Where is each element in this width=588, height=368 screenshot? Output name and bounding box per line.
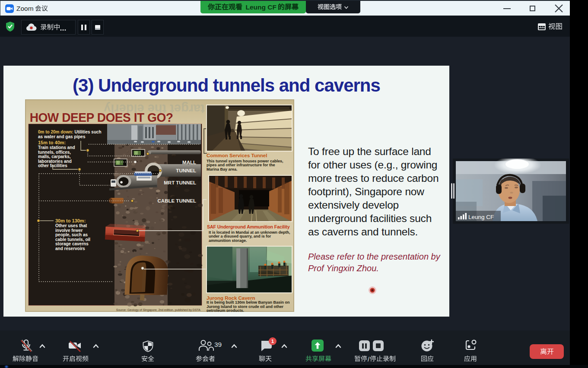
- svg-text:and reservoirs: and reservoirs: [55, 246, 85, 251]
- svg-text:tunnels, offices,: tunnels, offices,: [38, 150, 71, 155]
- svg-text:Train stations and: Train stations and: [38, 145, 75, 150]
- svg-text:TUNNEL: TUNNEL: [176, 168, 196, 173]
- svg-text:people, such as: people, such as: [55, 232, 88, 237]
- svg-text:30m to 130m:: 30m to 130m:: [55, 218, 86, 223]
- svg-text:Other uses that: Other uses that: [55, 223, 87, 228]
- svg-text:This tunnel system houses powe: This tunnel system houses power cables,: [207, 159, 283, 163]
- svg-text:It is located in Mandai at an: It is located in Mandai at an unknown de…: [209, 230, 290, 235]
- svg-text:cable tunnels, oil: cable tunnels, oil: [55, 237, 90, 242]
- svg-text:Jurong Island to store crude o: Jurong Island to store crude oil and oth…: [207, 305, 284, 309]
- svg-text:CABLE TUNNEL: CABLE TUNNEL: [158, 198, 196, 203]
- svg-text:malls, carparks,: malls, carparks,: [38, 154, 71, 159]
- svg-text:pipes and other infrastructure: pipes and other infrastructure for the: [207, 163, 275, 167]
- svg-text:Leung CF: Leung CF: [468, 214, 494, 220]
- svg-text:15m to 40m:: 15m to 40m:: [38, 140, 66, 145]
- svg-text:laboratories and: laboratories and: [38, 159, 72, 164]
- svg-text:0m to 20m down: Utilities such: 0m to 20m down: Utilities such: [38, 130, 102, 134]
- svg-text:Common Services Tunnel: Common Services Tunnel: [207, 153, 267, 158]
- svg-text:It is being built 130m below B: It is being built 130m below Banyan Basi…: [207, 300, 290, 305]
- svg-text:MALL: MALL: [182, 160, 196, 165]
- svg-text:storage caverns: storage caverns: [55, 241, 89, 246]
- svg-text:Marina Bay area.: Marina Bay area.: [207, 167, 238, 171]
- svg-text:under a disused quarry, and is: under a disused quarry, and is for: [209, 234, 271, 238]
- svg-text:ammunition storage.: ammunition storage.: [209, 238, 247, 243]
- svg-text:Source: Geology of Singapore,: Source: Geology of Singapore, 2nd editio…: [116, 308, 201, 312]
- svg-text:MRT TUNNEL: MRT TUNNEL: [164, 180, 196, 185]
- svg-text:as water and gas pipes: as water and gas pipes: [38, 134, 86, 139]
- svg-text:involve fewer: involve fewer: [55, 228, 83, 233]
- svg-text:SAF Underground Ammunition Fac: SAF Underground Ammunition Facility: [207, 224, 290, 229]
- svg-text:HOW DEEP DOES IT GO?: HOW DEEP DOES IT GO?: [30, 111, 173, 124]
- svg-text:petroleum products.: petroleum products.: [207, 308, 244, 312]
